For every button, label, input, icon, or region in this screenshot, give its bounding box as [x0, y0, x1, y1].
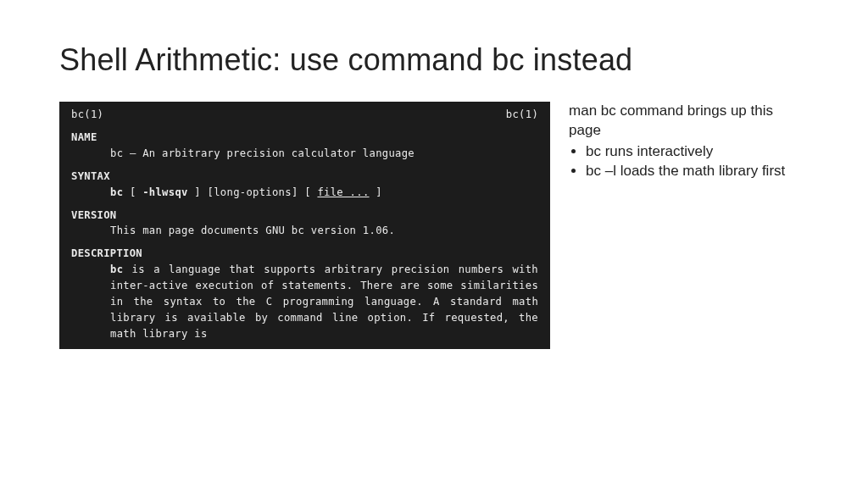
title-post: instead	[525, 42, 633, 77]
slide-title: Shell Arithmetic: use command bc instead	[59, 42, 809, 78]
syntax-short-opts: -hlwsqv	[142, 186, 187, 198]
slide: Shell Arithmetic: use command bc instead…	[0, 0, 868, 488]
man-header-left: bc(1)	[71, 107, 103, 123]
title-command: bc	[492, 42, 524, 77]
man-page-terminal: bc(1) bc(1) NAME bc – An arbitrary preci…	[59, 102, 550, 349]
notes-bullet: bc –l loads the math library first	[586, 162, 809, 181]
man-name-heading: NAME	[71, 130, 538, 146]
man-header-right: bc(1)	[506, 107, 538, 123]
man-syntax-heading: SYNTAX	[71, 169, 538, 185]
syntax-file: file ...	[317, 186, 369, 198]
man-version-heading: VERSION	[71, 208, 538, 224]
desc-text: is a language that supports arbitrary pr…	[110, 263, 538, 340]
desc-cmd: bc	[110, 263, 123, 275]
man-description-heading: DESCRIPTION	[71, 246, 538, 262]
side-notes: man bc command brings up this page bc ru…	[569, 102, 809, 181]
notes-line1: man bc command brings up this page	[569, 102, 809, 141]
man-version-line: This man page documents GNU bc version 1…	[71, 223, 538, 239]
man-description-body: bc is a language that supports arbitrary…	[71, 262, 538, 342]
man-header-row: bc(1) bc(1)	[71, 107, 538, 123]
notes-list: bc runs interactively bc –l loads the ma…	[569, 142, 809, 181]
title-pre: Shell Arithmetic: use command	[59, 42, 492, 77]
man-syntax-line: bc [ -hlwsqv ] [long-options] [ file ...…	[71, 185, 538, 201]
notes-bullet: bc runs interactively	[586, 142, 809, 162]
syntax-mid: [long-options] [	[208, 186, 311, 198]
man-name-line: bc – An arbitrary precision calculator l…	[71, 146, 538, 162]
syntax-cmd: bc	[110, 186, 123, 198]
body-row: bc(1) bc(1) NAME bc – An arbitrary preci…	[59, 102, 809, 349]
